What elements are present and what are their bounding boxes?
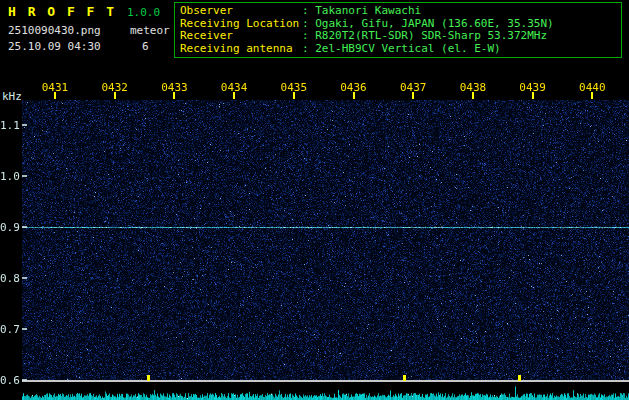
info-row-observer: Observer: Takanori Kawachi	[180, 5, 616, 18]
info-value: : 2el-HB9CV Vertical (el. E-W)	[302, 43, 501, 56]
info-value: : R820T2(RTL-SDR) SDR-Sharp 53.372MHz	[302, 30, 547, 43]
x-axis-tick-label: 0435	[279, 81, 309, 94]
minute-tick	[353, 92, 355, 99]
minute-tick	[532, 92, 534, 99]
x-axis-tick-label: 0437	[398, 81, 428, 94]
y-axis-tick-label: 1.0	[0, 170, 19, 183]
mode-label: meteor	[130, 24, 170, 37]
minute-tick	[114, 92, 116, 99]
info-label: Receiver	[180, 30, 302, 43]
minute-tick	[412, 92, 414, 99]
info-value: : Takanori Kawachi	[302, 5, 421, 18]
x-axis-tick-label: 0432	[100, 81, 130, 94]
minute-tick	[54, 92, 56, 99]
separator-line	[22, 380, 629, 382]
signal-level-canvas	[22, 384, 629, 400]
y-axis-tick-label: 0.8	[0, 272, 19, 285]
minute-tick	[293, 92, 295, 99]
x-axis-tick-label: 0431	[40, 81, 70, 94]
minute-tick	[472, 92, 474, 99]
x-axis-tick-label: 0438	[458, 81, 488, 94]
output-filename: 2510090430.png	[8, 24, 101, 37]
app-title: H R O F F T	[8, 4, 116, 19]
x-axis-tick-label: 0436	[339, 81, 369, 94]
x-axis-tick-label: 0434	[219, 81, 249, 94]
info-row-antenna: Receiving antenna: 2el-HB9CV Vertical (e…	[180, 43, 616, 56]
spectrogram-canvas	[22, 100, 629, 380]
hrofft-output-window: H R O F F T 1.0.0 2510090430.png meteor …	[0, 0, 629, 400]
y-axis-unit-label: kHz	[2, 90, 22, 103]
x-axis-tick-label: 0433	[159, 81, 189, 94]
y-axis-tick-label: 0.7	[0, 323, 19, 336]
datetime-label: 25.10.09 04:30	[8, 40, 101, 53]
info-row-receiver: Receiver: R820T2(RTL-SDR) SDR-Sharp 53.3…	[180, 30, 616, 43]
minute-tick	[173, 92, 175, 99]
x-axis-tick-label: 0440	[577, 81, 607, 94]
x-axis-tick-label: 0439	[518, 81, 548, 94]
y-axis-tick-label: 1.1	[0, 119, 19, 132]
minute-tick	[233, 92, 235, 99]
echo-count: 6	[142, 40, 149, 53]
minute-tick	[591, 92, 593, 99]
station-info-panel: Observer: Takanori Kawachi Receiving Loc…	[174, 2, 622, 58]
y-axis-tick-label: 0.9	[0, 221, 19, 234]
y-axis-tick-label: 0.6	[0, 374, 19, 387]
info-label: Receiving antenna	[180, 43, 302, 56]
app-version: 1.0.0	[127, 6, 160, 19]
info-label: Observer	[180, 5, 302, 18]
